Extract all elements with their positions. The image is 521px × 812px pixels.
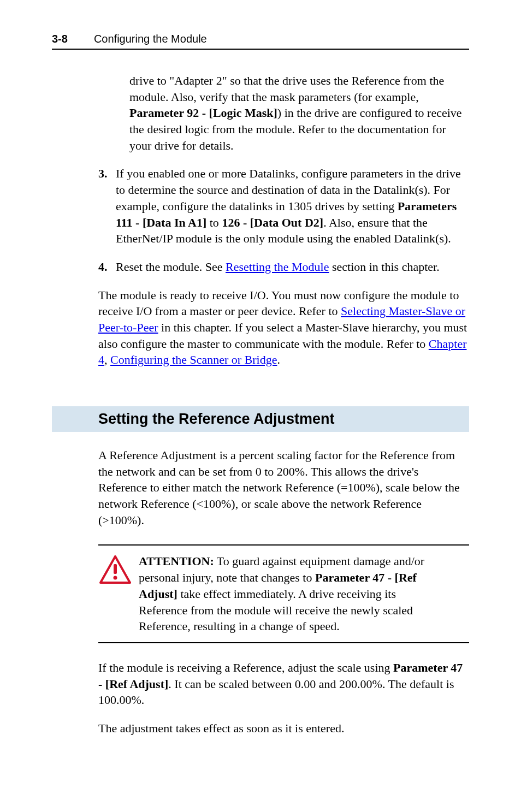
- link-configuring-scanner[interactable]: Configuring the Scanner or Bridge: [110, 353, 277, 366]
- attention-icon: [98, 553, 139, 634]
- attention-callout: ATTENTION: To guard against equipment da…: [98, 544, 469, 643]
- text-run: Reset the module. See: [116, 260, 226, 274]
- closing-paragraph-2: The adjustment takes effect as soon as i…: [98, 720, 469, 737]
- section-heading-reference-adjustment: Setting the Reference Adjustment: [52, 406, 469, 432]
- closing-paragraph-1: If the module is receiving a Reference, …: [98, 660, 469, 708]
- page-header: 3-8 Configuring the Module: [52, 33, 469, 50]
- list-item-3: 3. If you enabled one or more Datalinks,…: [98, 165, 469, 246]
- summary-paragraph: The module is ready to receive I/O. You …: [98, 287, 469, 368]
- text-run: section in this chapter.: [329, 260, 439, 274]
- page-number: 3-8: [52, 33, 68, 45]
- header-title: Configuring the Module: [94, 33, 207, 45]
- text-run: .: [277, 353, 281, 366]
- param-126-label: 126 - [Data Out D2]: [222, 216, 323, 229]
- list-number: 4.: [98, 259, 116, 275]
- list-item-4: 4. Reset the module. See Resetting the M…: [98, 259, 469, 275]
- text-run: If the module is receiving a Reference, …: [98, 661, 393, 674]
- text-run: take effect immediately. A drive receivi…: [139, 587, 413, 633]
- attention-label: ATTENTION:: [139, 554, 214, 568]
- text-run: to: [206, 216, 222, 229]
- section-paragraph: A Reference Adjustment is a percent scal…: [98, 447, 469, 528]
- link-resetting-module[interactable]: Resetting the Module: [226, 260, 329, 274]
- text-run: ,: [104, 353, 110, 366]
- continuation-paragraph: drive to "Adapter 2" so that the drive u…: [129, 73, 469, 153]
- list-number: 3.: [98, 165, 116, 246]
- list-content: If you enabled one or more Datalinks, co…: [116, 165, 469, 246]
- attention-text: ATTENTION: To guard against equipment da…: [139, 553, 469, 634]
- svg-point-2: [114, 576, 117, 580]
- svg-rect-1: [114, 564, 117, 574]
- list-content: Reset the module. See Resetting the Modu…: [116, 259, 469, 275]
- param-92-label: Parameter 92 - [Logic Mask]: [129, 106, 277, 120]
- text-run: drive to "Adapter 2" so that the drive u…: [129, 74, 444, 104]
